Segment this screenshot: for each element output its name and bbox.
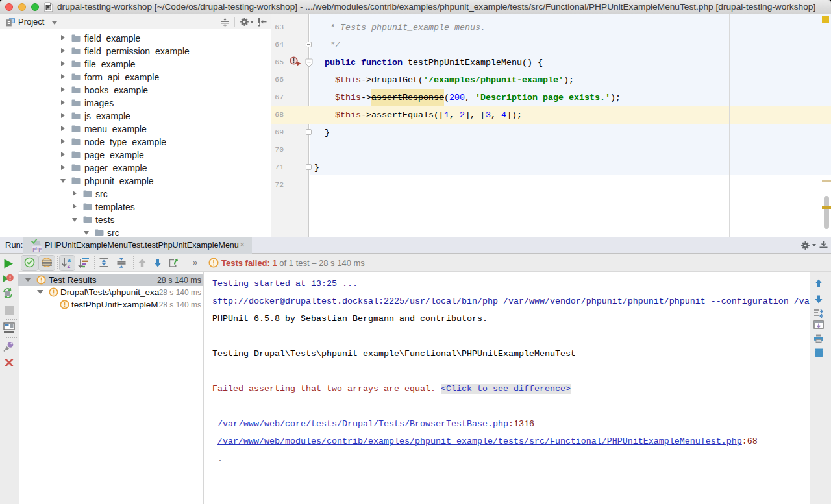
svg-text:php: php — [32, 246, 42, 252]
svg-text:z: z — [68, 262, 71, 269]
